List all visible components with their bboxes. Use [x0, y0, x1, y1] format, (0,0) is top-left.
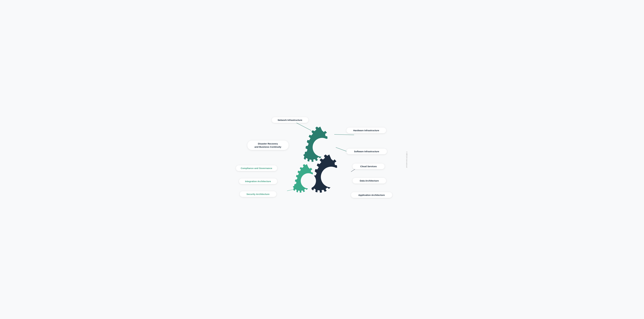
label-software-infrastructure: Software Infrastructure — [346, 148, 387, 154]
label-application-architecture: Application Architecture — [351, 192, 392, 198]
label-hardware-infrastructure: Hardware Infrastructure — [346, 128, 386, 133]
label-disaster-recovery: Disaster Recoveryand Business Continuity — [248, 140, 288, 150]
label-network-infrastructure: Network Infrastructure — [272, 117, 308, 123]
label-security-architecture: Security Architecture — [240, 191, 276, 197]
svg-point-8 — [301, 173, 316, 188]
gears-svg — [282, 124, 362, 198]
gears-diagram — [282, 124, 362, 198]
label-integration-architecture: Integration Architecture — [239, 178, 277, 184]
svg-point-7 — [321, 166, 342, 187]
watermark: © MEGA International — [406, 151, 408, 168]
bottom-right-gear — [311, 154, 342, 193]
svg-point-6 — [313, 138, 332, 157]
label-cloud-services: Cloud Services — [352, 164, 384, 169]
label-compliance-governance: Compliance and Governance — [236, 165, 277, 171]
label-data-architecture: Data Architecture — [352, 178, 386, 184]
main-canvas: Network Infrastructure Hardware Infrastr… — [230, 112, 414, 207]
